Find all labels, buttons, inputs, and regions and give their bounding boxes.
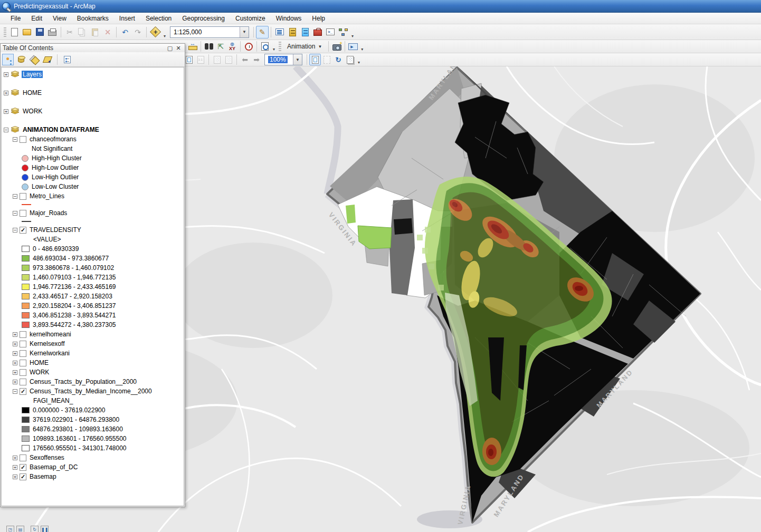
layer-visibility-checkbox[interactable] xyxy=(20,360,26,366)
toc-item-label[interactable]: Not Significant xyxy=(31,145,73,152)
toc-legend-37619-022901-64876-293800[interactable]: 37619.022901 - 64876.293800 xyxy=(2,415,184,424)
viewer-window-button[interactable] xyxy=(259,41,271,52)
toc-legend-symbol[interactable] xyxy=(2,201,184,208)
toc-legend-1-946-772136-2-433-465169[interactable]: 1,946.772136 - 2,433.465169 xyxy=(2,282,184,292)
add-data-dropdown-caret[interactable]: ▾ xyxy=(164,34,166,40)
layer-visibility-checkbox[interactable] xyxy=(20,331,26,338)
animation-controls-button[interactable] xyxy=(347,41,359,52)
toc-item-label[interactable]: 176560.955501 - 341301.748000 xyxy=(32,444,128,452)
toc-close-button[interactable]: ✕ xyxy=(174,45,183,52)
toc-legend-not-significant[interactable]: Not Significant xyxy=(2,144,184,153)
zoom-in-page-button[interactable] xyxy=(211,54,223,65)
toc-layer-census-tracts-by-median-income-2000[interactable]: −✓Census_Tracts_by_Median_Income__2000 xyxy=(2,386,184,396)
toc-layer-chanceofmorans[interactable]: −chanceofmorans xyxy=(2,134,184,144)
layer-visibility-checkbox[interactable] xyxy=(20,454,26,461)
menu-file[interactable]: File xyxy=(5,14,26,23)
animation-capture-button[interactable] xyxy=(331,41,343,52)
toc-legend-2-920-158204-3-406-851237[interactable]: 2,920.158204 - 3,406.851237 xyxy=(2,301,184,311)
change-layout-button[interactable] xyxy=(332,54,344,65)
data-view-button[interactable]: ◳ xyxy=(6,526,14,532)
toc-item-label[interactable]: High-Low Outlier xyxy=(31,164,80,171)
collapse-icon[interactable]: − xyxy=(4,128,8,132)
layer-visibility-checkbox[interactable] xyxy=(20,350,26,357)
toc-item-label[interactable]: Sexoffenses xyxy=(28,454,65,461)
toc-layer-census-tracts-by-population-2000[interactable]: +Census_Tracts_by_Population__2000 xyxy=(2,377,184,386)
data-driven-pages-button[interactable] xyxy=(344,54,356,65)
layer-visibility-checkbox[interactable]: ✓ xyxy=(20,464,26,471)
toc-legend-symbol[interactable] xyxy=(2,218,184,225)
toc-item-label[interactable]: 973.3860678 - 1,460.079102 xyxy=(32,264,115,272)
toc-item-label[interactable]: Layers xyxy=(22,71,43,78)
list-by-visibility-button[interactable] xyxy=(28,54,40,65)
menu-customize[interactable]: Customize xyxy=(230,14,271,23)
save-button[interactable] xyxy=(33,26,46,38)
toc-layer-sexoffenses[interactable]: +Sexoffenses xyxy=(2,453,184,462)
toc-heading-fagi-mean[interactable]: FAGI_MEAN_ xyxy=(2,396,184,405)
layer-visibility-checkbox[interactable] xyxy=(20,210,26,217)
zoom-100-button[interactable] xyxy=(195,54,206,65)
toc-item-label[interactable]: 1,946.772136 - 2,433.465169 xyxy=(32,283,117,291)
menu-bookmarks[interactable]: Bookmarks xyxy=(72,14,114,23)
expand-icon[interactable]: + xyxy=(13,370,17,375)
toc-legend-high-high-cluster[interactable]: High-High Cluster xyxy=(2,153,184,163)
toc-item-label[interactable]: WORK xyxy=(28,369,50,376)
collapse-icon[interactable]: − xyxy=(13,228,17,233)
list-by-selection-button[interactable] xyxy=(42,54,53,65)
expand-icon[interactable]: + xyxy=(4,109,8,114)
go-to-xy-button[interactable]: ◎XY xyxy=(226,41,238,52)
animation-toolbar-grip[interactable] xyxy=(279,42,281,51)
expand-icon[interactable]: + xyxy=(13,351,17,356)
new-document-button[interactable] xyxy=(8,26,21,38)
toc-item-label[interactable]: HOME xyxy=(28,359,50,366)
toc-layer-kernelsexoff[interactable]: +Kernelsexoff xyxy=(2,339,184,349)
toc-item-label[interactable]: 2,433.46517 - 2,920.158203 xyxy=(32,293,113,300)
time-slider-button[interactable] xyxy=(243,41,254,52)
expand-icon[interactable]: + xyxy=(13,475,17,479)
toc-item-label[interactable]: Kernelworkani xyxy=(28,350,71,357)
go-forward-extent-button[interactable]: ➡ xyxy=(251,54,262,65)
print-button[interactable] xyxy=(46,26,59,38)
list-by-drawing-order-button[interactable] xyxy=(2,54,14,65)
layer-visibility-checkbox[interactable] xyxy=(20,379,26,385)
scale-dropdown-caret[interactable]: ▼ xyxy=(240,27,249,37)
toc-group-home[interactable]: +HOME xyxy=(2,88,184,98)
menu-insert[interactable]: Insert xyxy=(114,14,140,23)
toc-item-label[interactable]: ANIMATION DATAFRAME xyxy=(22,126,100,133)
table-of-contents-button[interactable] xyxy=(273,26,286,38)
menu-windows[interactable]: Windows xyxy=(271,14,307,23)
animation-overflow-caret[interactable]: ▾ xyxy=(361,47,363,53)
toc-item-label[interactable]: chanceofmorans xyxy=(28,136,78,143)
toc-layer-basemap[interactable]: +✓Basemap xyxy=(2,472,184,481)
toc-legend-3-893-544272-4-380-237305[interactable]: 3,893.544272 - 4,380.237305 xyxy=(2,320,184,330)
toc-legend-64876-293801-109893-163600[interactable]: 64876.293801 - 109893.163600 xyxy=(2,424,184,434)
toc-legend-176560-955501-341301-748000[interactable]: 176560.955501 - 341301.748000 xyxy=(2,443,184,453)
toc-item-label[interactable]: TRAVELDENSITY xyxy=(28,226,82,234)
expand-icon[interactable]: + xyxy=(13,342,17,346)
toolbar-overflow-caret[interactable]: ▾ xyxy=(351,34,354,40)
measure-button[interactable] xyxy=(187,41,198,52)
toc-item-label[interactable]: Census_Tracts_by_Population__2000 xyxy=(28,378,138,385)
toc-item-label[interactable]: 0 - 486.6930339 xyxy=(32,245,80,253)
toc-group-layers[interactable]: +Layers xyxy=(2,70,184,79)
menu-help[interactable]: Help xyxy=(307,14,330,23)
toc-layer-kernelhomeani[interactable]: +kernelhomeani xyxy=(2,330,184,339)
toc-group-animation-dataframe[interactable]: −ANIMATION DATAFRAME xyxy=(2,125,184,134)
expand-icon[interactable]: + xyxy=(13,332,17,337)
toc-item-label[interactable]: 37619.022901 - 64876.293800 xyxy=(32,416,120,423)
toc-legend-486-693034-973-3860677[interactable]: 486.693034 - 973.3860677 xyxy=(2,254,184,263)
paste-button[interactable] xyxy=(89,26,101,38)
toc-layer-work[interactable]: +WORK xyxy=(2,367,184,377)
toc-legend-0-000000-37619-022900[interactable]: 0.000000 - 37619.022900 xyxy=(2,405,184,415)
layer-visibility-checkbox[interactable] xyxy=(20,193,26,200)
toc-layer-kernelworkani[interactable]: +Kernelworkani xyxy=(2,349,184,358)
map-scale-combobox[interactable]: 1:125,000 ▼ xyxy=(170,26,249,38)
add-data-button[interactable] xyxy=(149,26,161,38)
layer-visibility-checkbox[interactable] xyxy=(20,341,26,347)
toc-options-button[interactable] xyxy=(61,54,73,65)
find-route-button[interactable]: ⇱ xyxy=(215,41,226,52)
toc-layer-basemap-of-dc[interactable]: +✓Basemap_of_DC xyxy=(2,462,184,472)
toc-item-label[interactable]: 2,920.158204 - 3,406.851237 xyxy=(32,302,117,309)
toc-item-label[interactable]: Basemap_of_DC xyxy=(28,463,79,471)
title-bar[interactable]: Predictingsexassult - ArcMap xyxy=(0,0,761,13)
layer-visibility-checkbox[interactable]: ✓ xyxy=(20,473,26,480)
